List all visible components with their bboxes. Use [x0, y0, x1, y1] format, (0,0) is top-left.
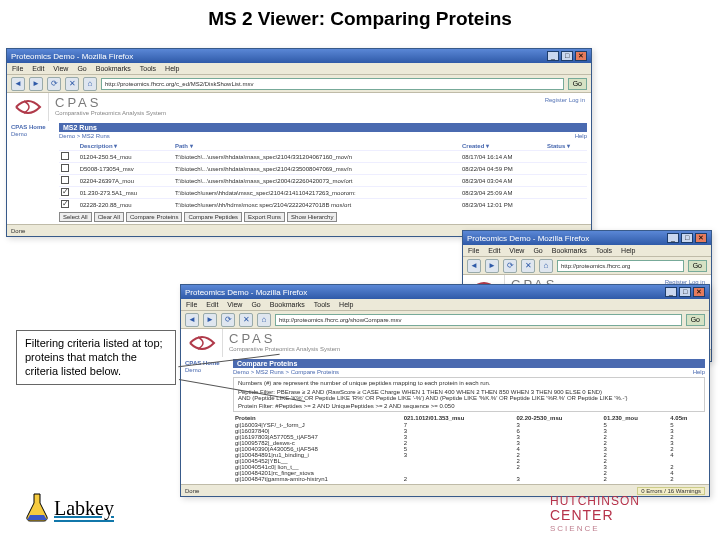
stop-button[interactable]: ✕ [239, 313, 253, 327]
forward-button[interactable]: ► [29, 77, 43, 91]
go-button[interactable]: Go [686, 314, 705, 326]
section-header: MS2 Runs [59, 123, 587, 132]
close-button[interactable]: ✕ [693, 287, 705, 297]
reload-button[interactable]: ⟳ [47, 77, 61, 91]
breadcrumb[interactable]: Demo > MS2 Runs > Compare ProteinsHelp [233, 369, 705, 375]
annotation-callout: Filtering criteria listed at top; protei… [16, 330, 176, 385]
table-row: gi|1004847t|gamma-amiro-histryn12322 [233, 476, 705, 482]
menubar: File Edit View Go Bookmarks Tools Help [7, 63, 591, 75]
table-row: 02204-26397A_mouT:\biotech\...\users\hhd… [59, 175, 587, 187]
reload-button[interactable]: ⟳ [221, 313, 235, 327]
cpas-banner: CPAS Comparative Proteomics Analysis Sys… [7, 93, 591, 121]
maximize-button[interactable]: □ [679, 287, 691, 297]
auth-links[interactable]: Register Log in [539, 93, 591, 121]
col-run3[interactable]: 01.230_mou [602, 414, 669, 422]
col-run4[interactable]: 4.05m [668, 414, 705, 422]
window3-titlebar[interactable]: Proteomics Demo - Mozilla Firefox _ □ ✕ [463, 231, 711, 245]
back-button[interactable]: ◄ [11, 77, 25, 91]
col-run1[interactable]: 021.1012/01.353_msu [402, 414, 515, 422]
compare-peptides-button[interactable]: Compare Peptides [184, 212, 242, 222]
address-bar[interactable]: http://proteomics.fhcrc.org/showCompare.… [275, 314, 682, 326]
menu-help[interactable]: Help [165, 65, 179, 72]
col-path[interactable]: Path ▾ [173, 141, 460, 151]
menu-tools[interactable]: Tools [140, 65, 156, 72]
home-button[interactable]: ⌂ [539, 259, 553, 273]
table-row: 01.230-273.5A1_msuT:\biotech\users\hhdat… [59, 187, 587, 199]
menu-file[interactable]: File [12, 65, 23, 72]
col-run2[interactable]: 02.20-2530_msu [514, 414, 601, 422]
home-button[interactable]: ⌂ [257, 313, 271, 327]
filter-box: Numbers (#) are represent the number of … [233, 377, 705, 412]
menu-bookmarks[interactable]: Bookmarks [96, 65, 131, 72]
stop-button[interactable]: ✕ [65, 77, 79, 91]
fhcrc-logo [7, 93, 49, 121]
compare-proteins-button[interactable]: Compare Proteins [126, 212, 182, 222]
sidebar-item-demo[interactable]: Demo [11, 131, 51, 137]
reload-button[interactable]: ⟳ [503, 259, 517, 273]
show-hierarchy-button[interactable]: Show Hierarchy [287, 212, 337, 222]
checkbox[interactable] [61, 200, 69, 208]
back-button[interactable]: ◄ [185, 313, 199, 327]
maximize-button[interactable]: □ [561, 51, 573, 61]
window1-titlebar[interactable]: Proteomics Demo - Mozilla Firefox _ □ ✕ [7, 49, 591, 63]
back-button[interactable]: ◄ [467, 259, 481, 273]
menu-edit[interactable]: Edit [32, 65, 44, 72]
compare-table: Protein 021.1012/01.353_msu 02.20-2530_m… [233, 414, 705, 482]
window2-title: Proteomics Demo - Mozilla Firefox [185, 288, 665, 297]
window3-title: Proteomics Demo - Mozilla Firefox [467, 234, 667, 243]
stop-button[interactable]: ✕ [521, 259, 535, 273]
col-description[interactable]: Description ▾ [78, 141, 173, 151]
table-row: 02228-220.88_mouT:\biotech\users\hh/hdms… [59, 199, 587, 211]
checkbox[interactable] [61, 176, 69, 184]
toolbar: ◄ ► ⟳ ✕ ⌂ http://proteomics.fhcrc.org/sh… [181, 311, 709, 329]
menu-go[interactable]: Go [77, 65, 86, 72]
col-protein[interactable]: Protein [233, 414, 402, 422]
section-header: Compare Proteins [233, 359, 705, 368]
sidebar: CPAS Home Demo [181, 357, 229, 484]
export-runs-button[interactable]: Export Runs [244, 212, 285, 222]
go-button[interactable]: Go [568, 78, 587, 90]
sidebar-head[interactable]: CPAS Home [11, 124, 51, 130]
flask-icon [24, 492, 50, 522]
cpas-banner: CPASComparative Proteomics Analysis Syst… [181, 329, 709, 357]
minimize-button[interactable]: _ [547, 51, 559, 61]
breadcrumb[interactable]: Demo > MS2 Runs Help [59, 133, 587, 139]
address-bar[interactable]: http://proteomics.fhcrc.org [557, 260, 684, 272]
help-link[interactable]: Help [575, 133, 587, 139]
checkbox[interactable] [61, 152, 69, 160]
window1-title: Proteomics Demo - Mozilla Firefox [11, 52, 547, 61]
sidebar: CPAS Home Demo [7, 121, 55, 224]
home-button[interactable]: ⌂ [83, 77, 97, 91]
go-button[interactable]: Go [688, 260, 707, 272]
table-row: D5008-173054_msvT:\biotech\...\users\hhd… [59, 163, 587, 175]
hutchinson-footer-logo: HUTCHINSON CENTER SCIENCE [550, 495, 720, 534]
toolbar: ◄ ► ⟳ ✕ ⌂ http://proteomics.fhcrc.org/c_… [7, 75, 591, 93]
minimize-button[interactable]: _ [665, 287, 677, 297]
menu-view[interactable]: View [53, 65, 68, 72]
menubar: File Edit View Go Bookmarks Tools Help [181, 299, 709, 311]
runs-table: Description ▾ Path ▾ Created ▾ Status ▾ … [59, 141, 587, 210]
cpas-title: CPAS [55, 95, 533, 110]
col-created[interactable]: Created ▾ [460, 141, 545, 151]
address-bar[interactable]: http://proteomics.fhcrc.org/c_ed/MS2/Dis… [101, 78, 564, 90]
forward-button[interactable]: ► [485, 259, 499, 273]
cpas-subtitle: Comparative Proteomics Analysis System [55, 110, 533, 116]
fhcrc-logo [181, 329, 223, 357]
clear-all-button[interactable]: Clear All [94, 212, 124, 222]
warnings-badge[interactable]: 0 Errors / 16 Warnings [637, 487, 705, 495]
minimize-button[interactable]: _ [667, 233, 679, 243]
table-row: 01204-250.54_mouT:\biotech\...\users\hhd… [59, 151, 587, 163]
forward-button[interactable]: ► [203, 313, 217, 327]
button-row: Select All Clear All Compare Proteins Co… [59, 212, 587, 222]
close-button[interactable]: ✕ [575, 51, 587, 61]
close-button[interactable]: ✕ [695, 233, 707, 243]
toolbar: ◄ ► ⟳ ✕ ⌂ http://proteomics.fhcrc.org Go [463, 257, 711, 275]
maximize-button[interactable]: □ [681, 233, 693, 243]
labkey-logo: Labkey [24, 492, 114, 522]
menubar: File Edit View Go Bookmarks Tools Help [463, 245, 711, 257]
checkbox[interactable] [61, 188, 69, 196]
col-status[interactable]: Status ▾ [545, 141, 587, 151]
select-all-button[interactable]: Select All [59, 212, 92, 222]
window2-titlebar[interactable]: Proteomics Demo - Mozilla Firefox _ □ ✕ [181, 285, 709, 299]
checkbox[interactable] [61, 164, 69, 172]
